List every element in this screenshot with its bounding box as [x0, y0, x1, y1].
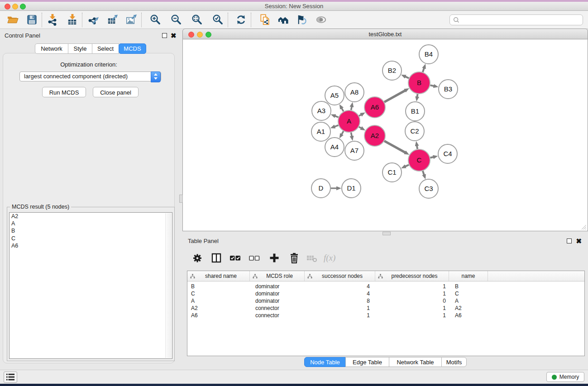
mcds-result-item[interactable]: A6	[10, 242, 172, 249]
table-cell: connector	[250, 305, 305, 312]
graph-node-label: D	[319, 184, 324, 192]
table-cell: A2	[187, 305, 250, 312]
graph-edge[interactable]	[342, 108, 344, 111]
close-panel-button[interactable]: Close panel	[93, 87, 139, 97]
settings-gear-icon[interactable]	[191, 251, 204, 265]
tab-style[interactable]: Style	[68, 43, 92, 54]
criterion-dropdown[interactable]: largest connected component (directed)	[19, 71, 161, 81]
graph-edge[interactable]	[351, 133, 352, 137]
table-row[interactable]: A6connector11A6	[187, 312, 584, 319]
graph-edge[interactable]	[359, 127, 362, 128]
column-header[interactable]: successor nodes	[305, 271, 375, 281]
graph-edge[interactable]	[417, 94, 418, 97]
graph-edge[interactable]	[335, 125, 339, 127]
vertical-splitter-handle[interactable]	[179, 195, 183, 203]
graph-edge[interactable]	[423, 171, 424, 175]
mcds-result-item[interactable]: C	[10, 235, 172, 242]
table-panel-tabs: Node TableEdge TableNetwork TableMotifs	[304, 357, 467, 367]
graph-edge[interactable]	[351, 106, 352, 110]
memory-button[interactable]: Memory	[546, 372, 584, 382]
select-all-icon[interactable]	[229, 251, 242, 265]
network-window-titlebar[interactable]: testGlobe.txt	[182, 29, 588, 39]
graph-node-label: A4	[330, 143, 339, 151]
tab-network-table[interactable]: Network Table	[389, 357, 442, 367]
search-input[interactable]	[461, 15, 583, 24]
mcds-list-scrollbar[interactable]	[165, 213, 172, 358]
graph-edge[interactable]	[405, 165, 409, 167]
table-cell: B	[187, 283, 250, 290]
table-row[interactable]: Cdominator41C	[187, 290, 584, 297]
application-window: Session: New Session	[0, 0, 588, 386]
mcds-result-item[interactable]: A2	[10, 213, 172, 220]
export-network-icon[interactable]	[86, 13, 100, 27]
table-panel-float-button[interactable]	[567, 238, 572, 243]
horizontal-splitter-handle[interactable]	[382, 232, 391, 235]
network-graph[interactable]: B4B2BB3A5A8A6A3B1AA1C2A2A4A7C4CC1C3DD1	[183, 39, 588, 230]
import-table-icon[interactable]	[65, 13, 79, 27]
graph-edge[interactable]	[342, 131, 344, 134]
export-image-icon[interactable]	[124, 13, 138, 27]
table-row[interactable]: Bdominator41B	[187, 283, 584, 290]
tab-motifs[interactable]: Motifs	[441, 357, 467, 367]
window-resize-grip[interactable]	[581, 224, 587, 230]
zoom-in-icon[interactable]	[148, 13, 162, 27]
import-network-icon[interactable]	[45, 13, 59, 27]
graph-edge[interactable]	[384, 141, 405, 153]
tab-select[interactable]: Select	[92, 43, 119, 54]
export-table-icon[interactable]	[105, 13, 119, 27]
refresh-icon[interactable]	[234, 13, 248, 27]
table-cell: connector	[250, 312, 305, 319]
eye-icon[interactable]	[314, 13, 328, 27]
tab-network[interactable]: Network	[35, 43, 68, 54]
criterion-dropdown-value: largest connected component (directed)	[24, 73, 128, 80]
search-field[interactable]	[449, 14, 583, 25]
mcds-result-item[interactable]: A	[10, 220, 172, 227]
task-history-button[interactable]	[4, 372, 17, 383]
column-header[interactable]: MCDS role	[250, 271, 305, 281]
deselect-all-icon[interactable]	[248, 251, 261, 265]
mcds-result-group: MCDS result (5 nodes) A2ABCA6	[7, 207, 175, 361]
annotations-icon[interactable]	[295, 13, 309, 27]
open-file-icon[interactable]	[6, 13, 19, 27]
control-panel-float-button[interactable]	[162, 33, 167, 38]
table-panel-close-button[interactable]: ✖	[576, 239, 582, 243]
column-header[interactable]: shared name	[187, 271, 250, 281]
mcds-result-item[interactable]: B	[10, 227, 172, 234]
graph-edge[interactable]	[335, 116, 339, 117]
graph-edge[interactable]	[405, 76, 409, 78]
table-cell: A	[187, 297, 250, 305]
zoom-fit-icon[interactable]	[190, 13, 204, 27]
graph-edge[interactable]	[359, 114, 361, 116]
graph-node-label: A	[347, 117, 351, 125]
graph-edge[interactable]	[417, 146, 417, 149]
run-mcds-button[interactable]: Run MCDS	[42, 87, 86, 97]
table-row[interactable]: Adominator80A	[187, 297, 584, 305]
mcds-result-list[interactable]: A2ABCA6	[9, 212, 172, 359]
save-session-icon[interactable]	[25, 13, 38, 27]
graph-node-label: A2	[371, 132, 379, 139]
table-panel: Table Panel ✖ f(x)	[182, 235, 588, 369]
table-row[interactable]: A2connector11A2	[187, 305, 584, 312]
column-header[interactable]: name	[449, 271, 488, 281]
control-panel-close-button[interactable]: ✖	[171, 33, 177, 38]
table-cell: 0	[375, 297, 449, 305]
tab-mcds[interactable]: MCDS	[119, 43, 146, 54]
table-toolbar: f(x)	[182, 247, 588, 269]
graph-edge[interactable]	[430, 85, 434, 86]
node-table[interactable]: shared nameMCDS rolesuccessor nodesprede…	[187, 271, 585, 356]
tab-node-table[interactable]: Node Table	[304, 357, 346, 367]
graph-edge[interactable]	[430, 157, 433, 158]
zoom-selected-icon[interactable]	[211, 13, 225, 27]
home-icon[interactable]	[276, 13, 290, 27]
zoom-out-icon[interactable]	[169, 13, 183, 27]
tab-edge-table[interactable]: Edge Table	[345, 357, 389, 367]
clone-network-icon[interactable]	[258, 13, 272, 27]
graph-edge[interactable]	[423, 68, 424, 72]
columns-icon[interactable]	[210, 251, 223, 265]
delete-row-icon[interactable]	[287, 251, 301, 265]
network-canvas[interactable]: B4B2BB3A5A8A6A3B1AA1C2A2A4A7C4CC1C3DD1	[182, 39, 588, 231]
add-row-icon[interactable]	[268, 251, 281, 265]
graph-node-label: C2	[410, 127, 419, 135]
column-header[interactable]: predecessor nodes	[375, 271, 449, 281]
graph-edge[interactable]	[384, 91, 405, 102]
